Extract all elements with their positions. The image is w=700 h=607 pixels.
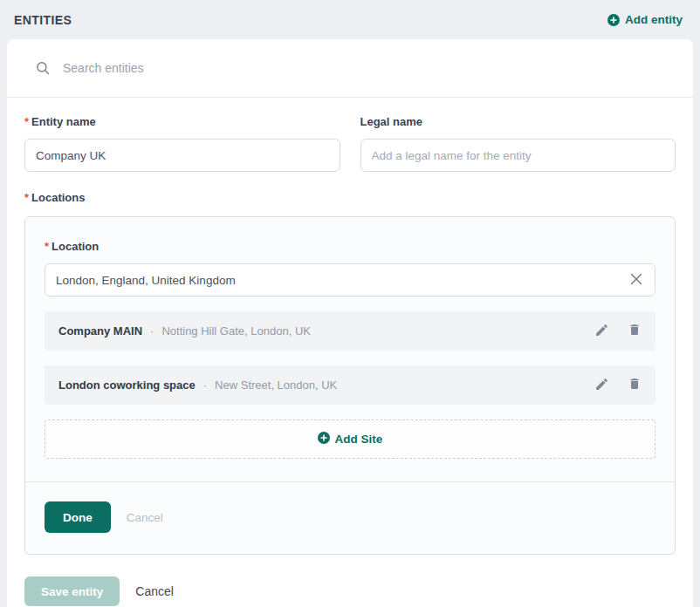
legal-name-label: Legal name — [360, 115, 676, 128]
cancel-location-button[interactable]: Cancel — [127, 511, 163, 524]
site-address: Notting Hill Gate, London, UK — [161, 324, 311, 338]
add-entity-label: Add entity — [625, 13, 683, 26]
edit-site-button[interactable] — [594, 377, 609, 394]
plus-circle-icon — [607, 14, 620, 26]
close-icon — [630, 273, 642, 288]
entity-form: * Entity name Legal name * Locations * L… — [7, 98, 693, 607]
save-entity-button[interactable]: Save entity — [24, 576, 120, 606]
top-bar: ENTITIES Add entity — [0, 0, 700, 39]
done-button[interactable]: Done — [45, 501, 111, 533]
entity-form-actions: Save entity Cancel — [24, 576, 676, 606]
site-name: Company MAIN — [58, 324, 142, 338]
location-label: * Location — [45, 240, 655, 253]
trash-icon — [628, 377, 642, 393]
pencil-icon — [594, 323, 609, 340]
legal-name-input[interactable] — [360, 139, 676, 172]
name-fields-row: * Entity name Legal name — [24, 115, 676, 172]
entity-name-label: * Entity name — [24, 115, 340, 128]
delete-site-button[interactable] — [628, 377, 642, 393]
site-separator: · — [150, 324, 154, 338]
entity-name-field: * Entity name — [24, 115, 340, 172]
page-title: ENTITIES — [14, 13, 72, 27]
search-row — [7, 39, 693, 98]
required-marker: * — [24, 115, 29, 128]
add-site-button[interactable]: Add Site — [45, 419, 655, 459]
plus-circle-icon — [318, 432, 330, 447]
legal-name-field: Legal name — [360, 115, 676, 172]
edit-site-button[interactable] — [594, 323, 609, 340]
site-name: London coworking space — [58, 379, 196, 392]
locations-box: * Location Company MAIN · Notting Hill G… — [24, 216, 676, 555]
required-marker: * — [24, 191, 29, 204]
add-site-label: Add Site — [335, 433, 383, 446]
location-form-actions: Done Cancel — [45, 482, 655, 554]
site-separator: · — [203, 379, 207, 392]
site-actions — [594, 377, 642, 394]
trash-icon — [628, 323, 642, 339]
entities-card: * Entity name Legal name * Locations * L… — [7, 39, 693, 607]
clear-location-button[interactable] — [628, 271, 645, 289]
required-marker: * — [45, 240, 49, 253]
location-input[interactable] — [45, 263, 655, 297]
search-input[interactable] — [63, 61, 676, 75]
search-icon — [35, 60, 51, 76]
add-entity-button[interactable]: Add entity — [607, 13, 683, 26]
entity-name-input[interactable] — [24, 139, 340, 172]
site-row: London coworking space · New Street, Lon… — [45, 365, 655, 405]
site-address: New Street, London, UK — [215, 379, 337, 392]
pencil-icon — [594, 377, 609, 394]
delete-site-button[interactable] — [628, 323, 642, 339]
cancel-entity-button[interactable]: Cancel — [135, 584, 174, 598]
location-field — [45, 263, 655, 297]
locations-label: * Locations — [24, 191, 676, 204]
site-row: Company MAIN · Notting Hill Gate, London… — [45, 311, 655, 351]
site-actions — [594, 323, 642, 340]
